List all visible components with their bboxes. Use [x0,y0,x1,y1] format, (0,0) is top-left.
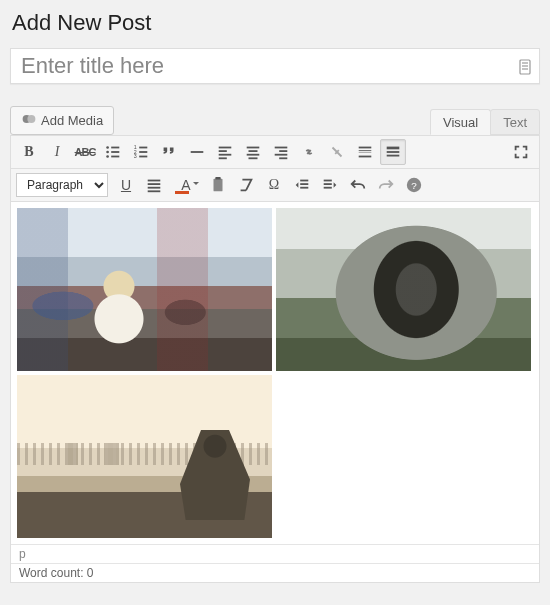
element-path[interactable]: p [11,544,539,563]
media-icon [21,111,37,130]
svg-rect-20 [219,150,227,152]
svg-rect-29 [275,154,288,156]
svg-rect-44 [300,180,308,182]
svg-rect-49 [324,187,332,189]
svg-rect-32 [359,150,372,151]
svg-rect-15 [139,151,147,153]
svg-rect-46 [300,187,308,189]
hr-button[interactable] [184,139,210,165]
svg-rect-0 [520,60,530,74]
svg-rect-48 [324,183,332,185]
gallery-image[interactable] [276,208,531,371]
svg-point-8 [106,151,109,154]
svg-text:3: 3 [134,153,137,159]
paste-text-button[interactable] [205,172,231,198]
numbered-list-button[interactable]: 123 [128,139,154,165]
font-color-swatch [175,191,189,194]
svg-rect-18 [191,151,204,153]
special-char-button[interactable]: Ω [261,172,287,198]
post-title-input[interactable] [21,53,509,79]
page-title: Add New Post [12,10,540,36]
svg-rect-36 [387,151,400,153]
strikethrough-button[interactable]: ABC [72,139,98,165]
svg-rect-11 [111,156,119,158]
tab-text[interactable]: Text [490,109,540,135]
add-media-button[interactable]: Add Media [10,106,114,135]
gallery-image[interactable] [17,208,272,371]
align-center-button[interactable] [240,139,266,165]
svg-rect-47 [324,180,332,182]
justify-button[interactable] [141,172,167,198]
blockquote-button[interactable] [156,139,182,165]
svg-rect-43 [215,177,220,180]
svg-rect-24 [249,150,258,152]
unlink-button[interactable] [324,139,350,165]
svg-text:?: ? [411,180,417,191]
svg-rect-7 [111,147,119,149]
svg-rect-45 [300,183,308,185]
svg-rect-17 [139,156,147,158]
svg-rect-23 [247,147,260,149]
svg-rect-27 [275,147,288,149]
format-select[interactable]: Paragraph [16,173,108,197]
svg-rect-35 [387,147,400,150]
svg-rect-22 [219,157,227,159]
svg-rect-41 [148,190,161,192]
font-color-button[interactable]: A [169,172,203,198]
help-button[interactable]: ? [401,172,427,198]
gallery-image[interactable] [17,375,272,538]
svg-rect-13 [139,147,147,149]
editor-container: B I ABC 123 [10,135,540,583]
svg-rect-31 [359,147,372,149]
svg-rect-28 [279,150,287,152]
outdent-button[interactable] [289,172,315,198]
svg-rect-26 [249,157,258,159]
editor-canvas[interactable] [11,202,539,544]
svg-point-5 [27,115,35,123]
post-title-container [10,48,540,84]
tab-visual[interactable]: Visual [430,109,491,135]
svg-rect-39 [148,183,161,185]
add-media-label: Add Media [41,113,103,128]
link-button[interactable] [296,139,322,165]
svg-rect-25 [247,154,260,156]
svg-rect-33 [359,152,372,153]
italic-button[interactable]: I [44,139,70,165]
svg-point-10 [106,155,109,158]
svg-rect-34 [359,156,372,158]
editor-tabs: Visual Text [431,109,540,135]
kitchen-sink-button[interactable] [380,139,406,165]
read-more-button[interactable] [352,139,378,165]
undo-button[interactable] [345,172,371,198]
fullscreen-button[interactable] [508,139,534,165]
svg-rect-19 [219,147,232,149]
redo-button[interactable] [373,172,399,198]
toolbar-row-2: Paragraph U A Ω [11,169,539,202]
word-count: Word count: 0 [11,563,539,582]
image-gallery [17,208,533,538]
svg-rect-21 [219,154,232,156]
svg-rect-37 [387,155,400,157]
svg-rect-38 [148,180,161,182]
svg-rect-42 [214,179,223,192]
align-left-button[interactable] [212,139,238,165]
svg-point-6 [106,146,109,149]
bullet-list-button[interactable] [100,139,126,165]
toolbar-row-1: B I ABC 123 [11,136,539,169]
chevron-down-icon [193,182,199,188]
clear-format-button[interactable] [233,172,259,198]
svg-rect-9 [111,151,119,153]
bold-button[interactable]: B [16,139,42,165]
svg-rect-30 [279,157,287,159]
underline-button[interactable]: U [113,172,139,198]
svg-rect-40 [148,187,161,189]
indent-button[interactable] [317,172,343,198]
permalink-icon[interactable] [519,59,531,73]
align-right-button[interactable] [268,139,294,165]
